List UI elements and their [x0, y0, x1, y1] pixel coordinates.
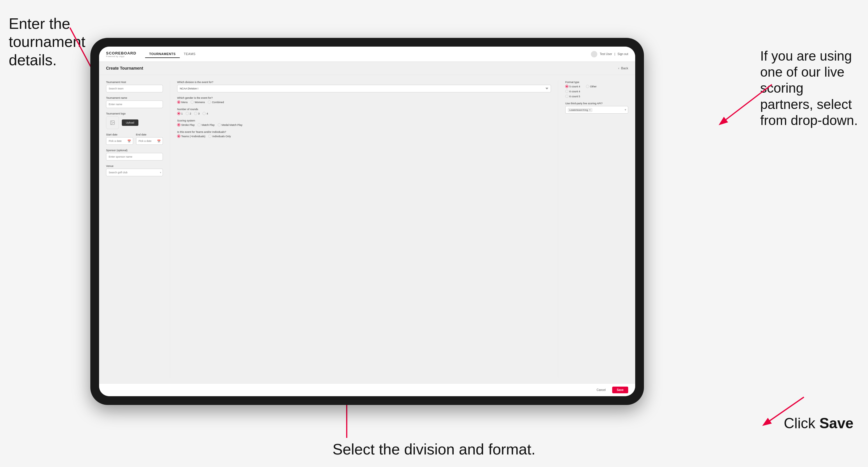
scoring-group: Scoring system Stroke Play Match Play	[177, 119, 551, 126]
format-type-layout: 5 count 4 6 count 4 6 count 5	[565, 85, 628, 98]
page-title: Create Tournament	[106, 66, 618, 70]
rounds-2-radio[interactable]	[186, 112, 189, 115]
format-other[interactable]: Other	[586, 85, 597, 88]
live-scoring-label: Use third-party live scoring API?	[565, 102, 628, 105]
tournament-logo-label: Tournament logo	[106, 112, 163, 115]
event-teams-label: Teams (+Individuals)	[181, 135, 206, 138]
gender-label: Which gender is the event for?	[177, 96, 551, 99]
gender-combined-label: Combined	[212, 101, 224, 104]
annotation-topright: If you are using one of our live scoring…	[760, 48, 859, 128]
start-date-label: Start date	[106, 133, 133, 136]
live-scoring-tag-value: Leaderboard King	[569, 109, 588, 111]
sign-out-link[interactable]: Sign out	[617, 53, 628, 56]
format-type-label: Format type	[565, 81, 628, 84]
gender-combined-radio[interactable]	[208, 100, 211, 104]
format-5count4-radio[interactable]	[565, 85, 568, 88]
tag-input-clear-icon[interactable]: ▼	[624, 108, 627, 111]
rounds-2-label: 2	[190, 112, 191, 115]
form-col-left: Tournament Host Tournament name Tourname…	[106, 81, 170, 378]
scoring-match-radio[interactable]	[197, 123, 201, 126]
form-body: Tournament Host Tournament name Tourname…	[99, 75, 635, 383]
rounds-radio-group: 1 2 3 4	[177, 112, 551, 115]
venue-dropdown-icon: ▾	[160, 171, 161, 174]
format-type-list: 5 count 4 6 count 4 6 count 5	[565, 85, 580, 98]
venue-label: Venue	[106, 165, 163, 167]
rounds-1-label: 1	[181, 112, 183, 115]
tournament-name-input[interactable]	[106, 100, 163, 108]
venue-input[interactable]	[106, 169, 163, 176]
rounds-3-radio[interactable]	[194, 112, 197, 115]
rounds-4[interactable]: 4	[203, 112, 208, 115]
scoring-stroke-radio[interactable]	[177, 123, 180, 126]
tournament-host-input[interactable]	[106, 85, 163, 92]
end-date-input[interactable]	[136, 137, 163, 145]
format-6count4[interactable]: 6 count 4	[565, 90, 580, 93]
scoring-stroke[interactable]: Stroke Play	[177, 123, 195, 126]
live-scoring-group: Use third-party live scoring API? Leader…	[565, 102, 628, 114]
form-col-right: Format type 5 count 4 6 count 4	[558, 81, 628, 378]
gender-mens[interactable]: Mens	[177, 100, 188, 104]
event-teams-radio[interactable]	[177, 134, 180, 138]
gender-womens[interactable]: Womens	[191, 100, 205, 104]
app-nav: TOURNAMENTS TEAMS	[145, 51, 199, 58]
event-teams[interactable]: Teams (+Individuals)	[177, 134, 206, 138]
rounds-3[interactable]: 3	[194, 112, 199, 115]
format-other-radio[interactable]	[586, 85, 589, 88]
scoring-medal[interactable]: Medal Match Play	[218, 123, 243, 126]
logo-placeholder	[106, 116, 119, 129]
gender-mens-radio[interactable]	[177, 100, 180, 104]
format-6count5-radio[interactable]	[565, 95, 568, 98]
scoring-match[interactable]: Match Play	[197, 123, 215, 126]
scoring-stroke-label: Stroke Play	[181, 124, 195, 126]
page-header: Create Tournament ‹ Back	[99, 62, 635, 75]
scoring-radio-group: Stroke Play Match Play Medal Match Play	[177, 123, 551, 126]
event-individuals-label: Individuals Only	[212, 135, 231, 138]
division-wrapper: NCAA Division I	[177, 85, 551, 92]
app-logo: SCOREBOARD Powered by clippi	[106, 51, 136, 57]
gender-mens-label: Mens	[181, 101, 188, 104]
division-select[interactable]: NCAA Division I	[177, 85, 551, 92]
tournament-host-wrapper	[106, 85, 163, 92]
sponsor-label: Sponsor (optional)	[106, 149, 163, 152]
start-date-input[interactable]	[106, 137, 133, 145]
rounds-4-radio[interactable]	[203, 112, 206, 115]
event-individuals[interactable]: Individuals Only	[208, 134, 231, 138]
scoring-medal-radio[interactable]	[218, 123, 221, 126]
dates-group: Start date 📅 End date 📅	[106, 133, 163, 145]
app-header: SCOREBOARD Powered by clippi TOURNAMENTS…	[99, 46, 635, 62]
live-scoring-input[interactable]: Leaderboard King ✕ ▼	[565, 106, 628, 114]
event-individuals-radio[interactable]	[208, 134, 212, 138]
gender-combined[interactable]: Combined	[208, 100, 224, 104]
venue-wrapper: ▾	[106, 169, 163, 176]
format-5count4[interactable]: 5 count 4	[565, 85, 580, 88]
svg-point-9	[111, 122, 112, 122]
tag-close-icon[interactable]: ✕	[589, 109, 591, 111]
nav-tournaments[interactable]: TOURNAMENTS	[145, 51, 180, 58]
tablet-frame: SCOREBOARD Powered by clippi TOURNAMENTS…	[90, 38, 644, 405]
date-row: Start date 📅 End date 📅	[106, 133, 163, 145]
rounds-1-radio[interactable]	[177, 112, 180, 115]
sponsor-group: Sponsor (optional)	[106, 149, 163, 160]
upload-button[interactable]: Upload	[122, 119, 138, 126]
format-5count4-label: 5 count 4	[569, 85, 580, 88]
format-6count5[interactable]: 6 count 5	[565, 95, 580, 98]
scoring-match-label: Match Play	[202, 124, 215, 126]
rounds-1[interactable]: 1	[177, 112, 183, 115]
gender-womens-radio[interactable]	[191, 100, 194, 104]
sponsor-input[interactable]	[106, 153, 163, 160]
form-col-mid: Which division is the event for? NCAA Di…	[170, 81, 558, 378]
save-button[interactable]: Save	[612, 386, 628, 393]
form-footer: Cancel Save	[99, 383, 635, 396]
format-6count4-radio[interactable]	[565, 90, 568, 93]
nav-teams[interactable]: TEAMS	[180, 51, 199, 58]
rounds-label: Number of rounds	[177, 108, 551, 111]
gender-womens-label: Womens	[195, 101, 205, 104]
rounds-2[interactable]: 2	[186, 112, 191, 115]
start-date-wrapper: 📅	[106, 137, 133, 145]
format-other-label: Other	[590, 85, 597, 88]
back-link[interactable]: ‹ Back	[618, 66, 628, 70]
event-for-label: Is this event for Teams and/or Individua…	[177, 130, 551, 133]
cancel-button[interactable]: Cancel	[593, 386, 609, 393]
format-other-group: Other	[586, 85, 597, 88]
tournament-logo-group: Tournament logo Upload	[106, 112, 163, 129]
